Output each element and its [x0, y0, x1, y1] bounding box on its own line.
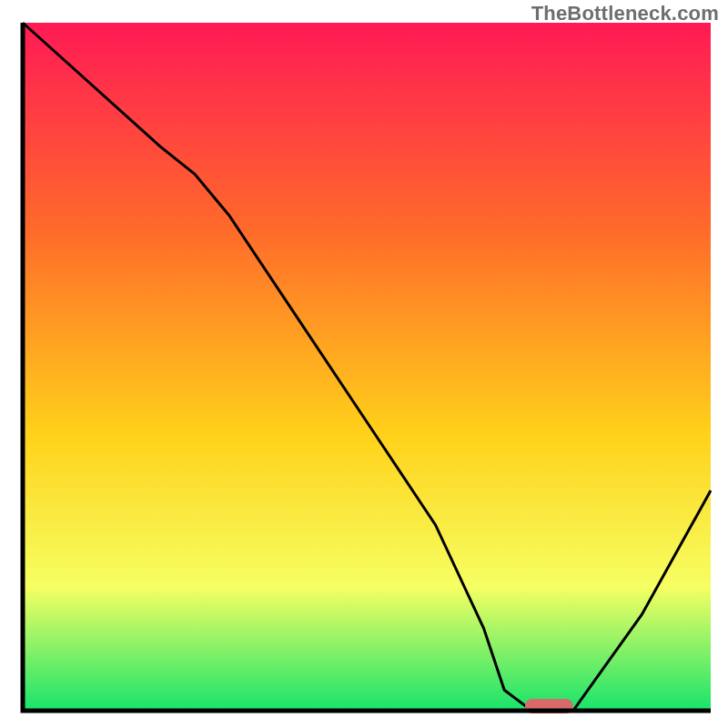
- bottleneck-chart: [0, 0, 728, 728]
- watermark-text: TheBottleneck.com: [531, 2, 719, 25]
- gradient-background: [23, 23, 711, 711]
- plot-area: [23, 23, 711, 713]
